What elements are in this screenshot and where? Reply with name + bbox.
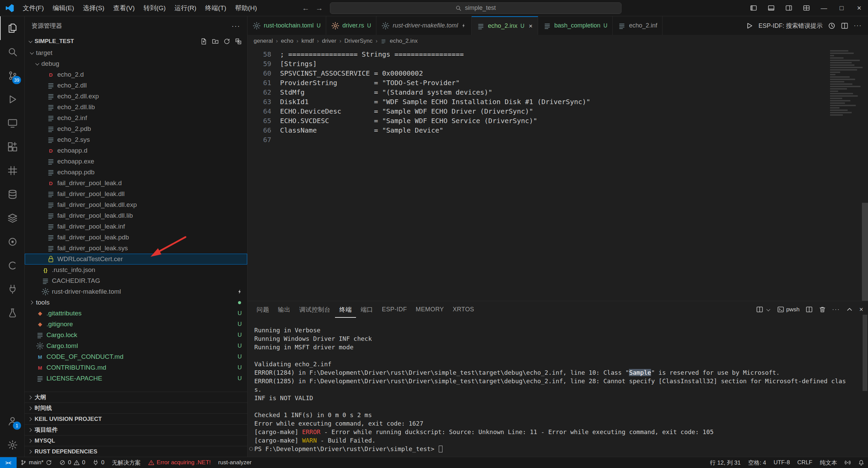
statusbar-no-solution[interactable]: 无解决方案 [108, 457, 144, 468]
terminal-shell-selector[interactable]: pwsh [777, 306, 800, 313]
tree-item-LICENSE-APACHE[interactable]: LICENSE-APACHEU [25, 373, 247, 384]
activity-extension-plug[interactable] [0, 277, 24, 301]
activity-extensions[interactable] [0, 135, 24, 159]
tree-item-tools[interactable]: tools [25, 297, 247, 308]
statusbar-language-mode[interactable]: 纯文本 [816, 457, 841, 468]
activity-extension-ring[interactable] [0, 230, 24, 254]
menu-item-4[interactable]: 转到(G) [139, 0, 170, 16]
tree-item-fail_driver_pool_leak.inf[interactable]: fail_driver_pool_leak.inf [25, 221, 247, 232]
statusbar-feedback[interactable] [841, 457, 854, 468]
espidf-action-label[interactable]: ESP-IDF: 搜索错误提示 [758, 22, 823, 30]
tree-item-CONTRIBUTING.md[interactable]: MCONTRIBUTING.mdU [25, 362, 247, 373]
close-tab-icon[interactable]: × [529, 22, 533, 30]
tree-item-.rustc_info.json[interactable]: {}.rustc_info.json [25, 265, 247, 275]
menu-item-3[interactable]: 查看(V) [109, 0, 139, 16]
statusbar-encoding[interactable]: UTF-8 [770, 457, 793, 468]
code-editor[interactable]: 58; ================= Strings ==========… [248, 47, 868, 301]
new-folder-button[interactable] [212, 38, 219, 45]
activity-search[interactable] [0, 40, 24, 64]
menu-item-6[interactable]: 终端(T) [201, 0, 231, 16]
activity-remote-explorer[interactable] [0, 111, 24, 135]
statusbar-eol[interactable]: CRLF [794, 457, 816, 468]
activity-extension-database[interactable] [0, 182, 24, 206]
tree-item-fail_driver_pool_leak.dll.lib[interactable]: fail_driver_pool_leak.dll.lib [25, 210, 247, 221]
panel-tab-问题[interactable]: 问题 [252, 301, 274, 318]
tree-item-CODE_OF_CONDUCT.md[interactable]: MCODE_OF_CONDUCT.mdU [25, 351, 247, 362]
statusbar-cursor-position[interactable]: 行 12, 列 31 [706, 457, 745, 468]
activity-extension-grid[interactable] [0, 159, 24, 182]
toggle-sidebar-button[interactable] [745, 0, 762, 16]
launch-profile-button[interactable] [756, 306, 771, 313]
tree-item-Cargo.lock[interactable]: Cargo.lockU [25, 330, 247, 340]
tab-rust-toolchain.toml[interactable]: rust-toolchain.tomlU [248, 16, 326, 35]
sidebar-section-5[interactable]: RUST DEPENDENCIES [25, 446, 247, 457]
statusbar-remote-indicator[interactable]: >< [0, 457, 17, 468]
toggle-panel-button[interactable] [762, 0, 780, 16]
menu-item-1[interactable]: 编辑(E) [48, 0, 78, 16]
statusbar-problems[interactable]: 00 [56, 457, 89, 468]
tree-item-fail_driver_pool_leak.d[interactable]: Dfail_driver_pool_leak.d [25, 178, 247, 189]
activity-source-control[interactable]: 39 [0, 64, 24, 87]
breadcrumb-item-driver[interactable]: driver [322, 38, 336, 44]
panel-tab-XRTOS[interactable]: XRTOS [448, 301, 478, 318]
statusbar-forwarded-ports[interactable]: 0 [89, 457, 108, 468]
breadcrumb-item-echo[interactable]: echo [281, 38, 293, 44]
menu-item-5[interactable]: 运行(R) [170, 0, 201, 16]
more-actions-icon[interactable]: ··· [854, 22, 862, 29]
panel-tab-ESP-IDF[interactable]: ESP-IDF [377, 301, 411, 318]
maximize-panel-icon[interactable] [846, 306, 853, 313]
activity-extension-flask[interactable] [0, 301, 24, 325]
tab-driver.rs[interactable]: driver.rsU [326, 16, 377, 35]
tree-item-echo_2.sys[interactable]: echo_2.sys [25, 134, 247, 145]
sidebar-section-3[interactable]: 项目组件 [25, 424, 247, 435]
tree-item-echoapp.exe[interactable]: echoapp.exe [25, 156, 247, 167]
statusbar-git-branch[interactable]: main* [17, 457, 56, 468]
new-file-button[interactable] [200, 38, 207, 45]
maximize-button[interactable]: □ [833, 0, 850, 16]
split-editor-icon[interactable] [841, 22, 848, 30]
activity-explorer[interactable] [0, 16, 24, 40]
tree-item-fail_driver_pool_leak.pdb[interactable]: fail_driver_pool_leak.pdb [25, 232, 247, 243]
menu-item-2[interactable]: 选择(S) [79, 0, 109, 16]
tree-item-fail_driver_pool_leak.dll[interactable]: fail_driver_pool_leak.dll [25, 189, 247, 199]
kill-terminal-icon[interactable] [819, 306, 826, 313]
terminal-scrollbar[interactable] [863, 315, 867, 391]
forward-icon[interactable]: → [316, 4, 323, 13]
statusbar-indentation[interactable]: 空格: 4 [745, 457, 770, 468]
panel-tab-MEMORY[interactable]: MEMORY [411, 301, 448, 318]
statusbar-dotnet-error[interactable]: Error acquiring .NET! [144, 457, 215, 468]
tab-rust-driver-makefile.toml[interactable]: rust-driver-makefile.toml [376, 16, 472, 35]
panel-tab-输出[interactable]: 输出 [274, 301, 295, 318]
command-center-search[interactable]: simple_test [330, 2, 622, 14]
tree-item-fail_driver_pool_leak.sys[interactable]: fail_driver_pool_leak.sys [25, 243, 247, 254]
tree-item-Cargo.toml[interactable]: Cargo.tomlU [25, 340, 247, 351]
split-terminal-icon[interactable] [806, 306, 813, 313]
tree-item-.gitignore[interactable]: ◆.gitignoreU [25, 319, 247, 330]
toggle-secondary-sidebar-button[interactable] [780, 0, 797, 16]
collapse-folders-button[interactable] [235, 38, 242, 45]
activity-settings[interactable] [0, 433, 24, 457]
explorer-section-header[interactable]: SIMPLE_TEST [25, 35, 247, 47]
tab-echo_2.inx[interactable]: echo_2.inxU× [472, 16, 538, 35]
breadcrumb-item-kmdf[interactable]: kmdf [301, 38, 314, 44]
tree-item-echo_2.inf[interactable]: echo_2.inf [25, 113, 247, 123]
panel-more-icon[interactable]: ··· [832, 306, 840, 313]
tree-item-echoapp.d[interactable]: Dechoapp.d [25, 145, 247, 156]
activity-extension-layers[interactable] [0, 206, 24, 230]
tree-item-echoapp.pdb[interactable]: echoapp.pdb [25, 167, 247, 178]
sidebar-section-0[interactable]: 大纲 [25, 392, 247, 403]
sidebar-section-4[interactable]: MYSQL [25, 435, 247, 446]
close-button[interactable]: × [850, 0, 868, 16]
breadcrumb-item-general[interactable]: general [254, 38, 273, 44]
customize-layout-button[interactable] [797, 0, 815, 16]
history-icon[interactable] [828, 22, 835, 30]
tree-item-echo_2.dll.lib[interactable]: echo_2.dll.lib [25, 102, 247, 113]
tree-item-echo_2.pdb[interactable]: echo_2.pdb [25, 123, 247, 134]
sidebar-section-2[interactable]: KEIL UVISION PROJECT [25, 413, 247, 424]
statusbar-notifications[interactable] [854, 457, 868, 468]
breadcrumb-item-echo_2.inx[interactable]: echo_2.inx [390, 38, 417, 44]
menu-item-7[interactable]: 帮助(H) [231, 0, 261, 16]
breadcrumb-item-DriverSync[interactable]: DriverSync [344, 38, 373, 44]
tree-item-target[interactable]: target [25, 47, 247, 58]
tree-item-WDRLocalTestCert.cer[interactable]: WDRLocalTestCert.cer [25, 254, 247, 265]
